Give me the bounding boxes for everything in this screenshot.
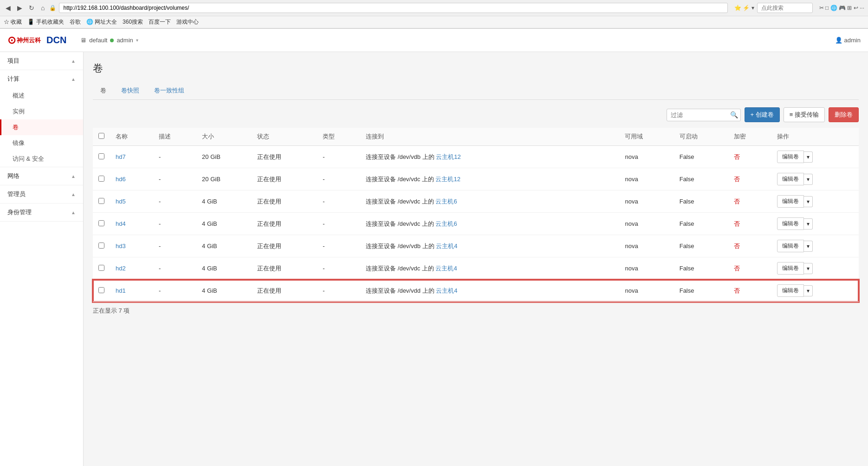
volume-status-hd2: 正在使用 bbox=[252, 257, 317, 280]
volume-connected-link-hd3[interactable]: 云主机4 bbox=[436, 243, 457, 249]
volume-connected-link-hd4[interactable]: 云主机6 bbox=[435, 220, 457, 227]
sidebar-section-admin[interactable]: 管理员 ▲ bbox=[0, 185, 83, 203]
row-checkbox-hd5[interactable] bbox=[98, 198, 104, 204]
volume-encrypted-hd6[interactable]: 否 bbox=[734, 176, 740, 183]
volume-name-hd7[interactable]: hd7 bbox=[116, 153, 126, 160]
project-chevron: ▲ bbox=[71, 59, 76, 64]
sidebar-item-overview[interactable]: 概述 bbox=[0, 88, 83, 104]
env-chevron[interactable]: ▾ bbox=[136, 38, 138, 43]
edit-volume-btn-hd2[interactable]: 编辑卷 bbox=[777, 262, 804, 275]
col-desc: 描述 bbox=[153, 128, 196, 146]
volume-action-hd6: 编辑卷 ▾ bbox=[777, 173, 853, 185]
bookmark-url[interactable]: 🌐 网址大全 bbox=[86, 18, 117, 26]
url-bar[interactable] bbox=[59, 3, 728, 13]
volume-action-hd7: 编辑卷 ▾ bbox=[777, 151, 853, 163]
volume-name-hd5[interactable]: hd5 bbox=[116, 198, 126, 205]
create-volume-button[interactable]: + 创建卷 bbox=[745, 107, 780, 122]
row-checkbox-hd4[interactable] bbox=[98, 220, 104, 226]
edit-volume-caret-hd2[interactable]: ▾ bbox=[804, 263, 813, 274]
edit-volume-btn-hd5[interactable]: 编辑卷 bbox=[777, 195, 804, 208]
edit-volume-btn-hd7[interactable]: 编辑卷 bbox=[777, 151, 804, 163]
bookmark-baidu[interactable]: 百度一下 bbox=[149, 18, 171, 26]
volume-bootable-hd5: False bbox=[674, 190, 728, 213]
volume-name-hd1[interactable]: hd1 bbox=[116, 287, 126, 294]
volume-encrypted-hd2[interactable]: 否 bbox=[734, 265, 740, 272]
sidebar-item-instances[interactable]: 实例 bbox=[0, 104, 83, 119]
filter-wrap: 🔍 bbox=[667, 109, 741, 121]
sidebar-section-network[interactable]: 网络 ▲ bbox=[0, 167, 83, 185]
volume-type-hd6: - bbox=[317, 168, 360, 190]
sidebar-section-project[interactable]: 项目 ▲ bbox=[0, 52, 83, 70]
volume-encrypted-hd3[interactable]: 否 bbox=[734, 243, 740, 249]
edit-volume-btn-hd6[interactable]: 编辑卷 bbox=[777, 173, 804, 185]
row-checkbox-hd3[interactable] bbox=[98, 243, 104, 249]
volume-connected-hd1: 连接至设备 /dev/vdd 上的 云主机4 bbox=[360, 280, 619, 302]
tab-consistency[interactable]: 卷一致性组 bbox=[147, 83, 192, 99]
edit-volume-caret-hd4[interactable]: ▾ bbox=[804, 218, 813, 230]
user-menu[interactable]: 👤 admin bbox=[835, 37, 861, 44]
tab-volumes[interactable]: 卷 bbox=[93, 83, 114, 99]
volume-type-hd1: - bbox=[317, 280, 360, 302]
edit-volume-caret-hd7[interactable]: ▾ bbox=[804, 151, 813, 163]
table-row: hd1 - 4 GiB 正在使用 - 连接至设备 /dev/vdd 上的 云主机… bbox=[93, 280, 859, 302]
volume-name-hd3[interactable]: hd3 bbox=[116, 243, 126, 249]
volume-az-hd1: nova bbox=[619, 280, 674, 302]
volume-encrypted-hd7[interactable]: 否 bbox=[734, 153, 740, 160]
volume-name-hd4[interactable]: hd4 bbox=[116, 220, 126, 227]
edit-volume-btn-hd3[interactable]: 编辑卷 bbox=[777, 240, 804, 252]
volume-encrypted-hd5[interactable]: 否 bbox=[734, 198, 740, 205]
sidebar-item-images[interactable]: 镜像 bbox=[0, 135, 83, 151]
volume-connected-hd4: 连接至设备 /dev/vdc 上的 云主机6 bbox=[360, 213, 619, 235]
select-all-checkbox[interactable] bbox=[98, 133, 104, 139]
volume-encrypted-hd4[interactable]: 否 bbox=[734, 220, 740, 227]
forward-button[interactable]: ▶ bbox=[15, 3, 24, 13]
volume-action-hd3: 编辑卷 ▾ bbox=[777, 240, 853, 252]
filter-input[interactable] bbox=[667, 109, 741, 121]
bookmark-360[interactable]: 360搜索 bbox=[123, 18, 143, 26]
edit-volume-btn-hd4[interactable]: 编辑卷 bbox=[777, 217, 804, 230]
delete-volume-button[interactable]: 删除卷 bbox=[829, 107, 859, 122]
sidebar-item-access[interactable]: 访问 & 安全 bbox=[0, 151, 83, 167]
user-label: admin bbox=[844, 37, 861, 44]
browser-search[interactable] bbox=[757, 3, 813, 13]
volume-status-hd5: 正在使用 bbox=[252, 190, 317, 213]
sidebar-section-identity[interactable]: 身份管理 ▲ bbox=[0, 203, 83, 221]
row-checkbox-hd2[interactable] bbox=[98, 265, 104, 271]
sidebar-project-label: 项目 bbox=[7, 57, 19, 65]
table-row: hd4 - 4 GiB 正在使用 - 连接至设备 /dev/vdc 上的 云主机… bbox=[93, 213, 859, 235]
edit-volume-btn-hd1[interactable]: 编辑卷 bbox=[777, 284, 804, 297]
refresh-button[interactable]: ↻ bbox=[27, 3, 36, 13]
row-checkbox-hd6[interactable] bbox=[98, 176, 104, 182]
bookmark-games[interactable]: 游戏中心 bbox=[176, 18, 199, 26]
volumes-label: 卷 bbox=[13, 124, 19, 131]
edit-volume-caret-hd6[interactable]: ▾ bbox=[804, 174, 813, 185]
bookmark-favorites[interactable]: ☆ 收藏 bbox=[4, 18, 22, 26]
row-checkbox-hd1[interactable] bbox=[98, 287, 104, 293]
sidebar-section-compute[interactable]: 计算 ▲ bbox=[0, 70, 83, 88]
volume-connected-link-hd2[interactable]: 云主机4 bbox=[435, 265, 457, 272]
volume-connected-link-hd7[interactable]: 云主机12 bbox=[436, 153, 460, 160]
home-button[interactable]: ⌂ bbox=[39, 3, 46, 13]
bookmark-mobile[interactable]: 📱 手机收藏夹 bbox=[27, 18, 64, 26]
edit-volume-caret-hd5[interactable]: ▾ bbox=[804, 196, 813, 207]
accept-transfer-button[interactable]: ≡ 接受传输 bbox=[784, 107, 825, 122]
row-checkbox-hd7[interactable] bbox=[98, 153, 104, 159]
volume-name-hd2[interactable]: hd2 bbox=[116, 265, 126, 272]
col-type: 类型 bbox=[317, 128, 360, 146]
back-button[interactable]: ◀ bbox=[4, 3, 13, 13]
table-row: hd7 - 20 GiB 正在使用 - 连接至设备 /dev/vdb 上的 云主… bbox=[93, 146, 859, 168]
sidebar-item-volumes[interactable]: 卷 bbox=[0, 119, 83, 135]
edit-volume-caret-hd1[interactable]: ▾ bbox=[804, 285, 813, 296]
sidebar-compute-label: 计算 bbox=[7, 75, 19, 83]
volume-connected-link-hd1[interactable]: 云主机4 bbox=[436, 287, 457, 294]
app-logo: ⊙ 神州云科 DCN bbox=[7, 34, 66, 46]
volume-encrypted-hd1[interactable]: 否 bbox=[734, 287, 740, 294]
volume-connected-link-hd6[interactable]: 云主机12 bbox=[435, 176, 460, 183]
bookmark-google[interactable]: 谷歌 bbox=[70, 18, 81, 26]
volume-action-hd5: 编辑卷 ▾ bbox=[777, 195, 853, 208]
env-selector[interactable]: 🖥 default admin ▾ bbox=[80, 37, 138, 44]
volume-name-hd6[interactable]: hd6 bbox=[116, 176, 126, 183]
volume-connected-link-hd5[interactable]: 云主机6 bbox=[435, 198, 457, 205]
edit-volume-caret-hd3[interactable]: ▾ bbox=[804, 241, 813, 252]
tab-snapshots[interactable]: 卷快照 bbox=[114, 83, 147, 99]
